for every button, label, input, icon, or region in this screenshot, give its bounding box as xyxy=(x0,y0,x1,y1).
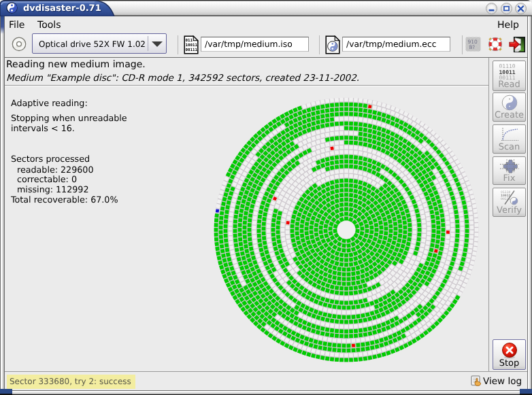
status-heading: Reading new medium image. xyxy=(6,59,146,70)
app-window: dvdisaster-0.71 File Tools Help Optical … xyxy=(0,0,532,395)
maximize-button[interactable] xyxy=(501,3,512,14)
quit-door-icon[interactable] xyxy=(509,37,525,52)
stop-button[interactable]: Stop xyxy=(493,339,526,370)
ecc-path-value: /var/tmp/medium.ecc xyxy=(346,39,436,49)
verify-button[interactable]: 01110 10011 00111 Verify xyxy=(493,188,526,217)
svg-text:8?: 8? xyxy=(469,44,476,50)
minimize-icon xyxy=(488,5,495,12)
menu-tools[interactable]: Tools xyxy=(37,19,61,31)
fix-button[interactable]: Fix xyxy=(493,156,526,185)
drive-selector-value: Optical drive 52X FW 1.02 xyxy=(39,39,146,50)
missing-count: missing: 112992 xyxy=(17,184,88,194)
toolbar-separator xyxy=(319,35,320,54)
chevron-down-icon xyxy=(152,41,163,47)
fix-puzzle-icon xyxy=(499,158,520,174)
iso-image-file-icon: 011 10011 00111 xyxy=(184,35,199,54)
window-corner-bottom-right xyxy=(520,389,532,395)
toolbar: Optical drive 52X FW 1.02 011 10011 0011… xyxy=(5,33,527,58)
close-button[interactable] xyxy=(515,3,527,14)
close-icon xyxy=(517,5,525,12)
drive-selector[interactable]: Optical drive 52X FW 1.02 xyxy=(32,33,167,54)
window-title: dvdisaster-0.71 xyxy=(23,3,125,14)
cd-drive-icon xyxy=(12,37,27,52)
view-log-button[interactable]: View log xyxy=(471,375,522,388)
sector-spiral-visualization xyxy=(5,86,488,371)
correctable-count: correctable: 0 xyxy=(17,174,77,184)
action-panel: 01110 10011 00111 Read Create Scan xyxy=(488,58,527,371)
menu-help[interactable]: Help xyxy=(497,19,519,31)
create-button[interactable]: Create xyxy=(493,92,526,122)
toolbar-separator xyxy=(178,35,178,54)
read-button[interactable]: 01110 10011 00111 Read xyxy=(493,61,526,91)
read-binary-icon: 01110 10011 00111 xyxy=(497,63,522,80)
combo-separator xyxy=(148,36,148,51)
window-border-right xyxy=(527,16,532,390)
svg-text:00111: 00111 xyxy=(186,48,198,52)
ecc-path-input[interactable]: /var/tmp/medium.ecc xyxy=(342,37,450,52)
statusbar: Sector 333680, try 2: success View log xyxy=(5,371,527,390)
sectors-processed-header: Sectors processed xyxy=(11,154,90,164)
maximize-icon xyxy=(503,5,510,12)
window-border-bottom xyxy=(0,390,532,395)
titlebar[interactable]: dvdisaster-0.71 xyxy=(0,0,532,16)
window-corner-bottom-left xyxy=(0,389,12,395)
view-log-icon xyxy=(471,375,482,386)
verify-compare-icon: 01110 10011 00111 xyxy=(499,190,520,205)
window-icon-yinyang xyxy=(6,2,18,14)
stopping-condition-line2: intervals < 16. xyxy=(11,123,75,133)
help-lifesaver-icon[interactable] xyxy=(487,36,503,52)
medium-description: Medium "Example disc": CD-R mode 1, 3425… xyxy=(6,73,359,84)
svg-text:10011: 10011 xyxy=(186,43,198,48)
menu-file[interactable]: File xyxy=(9,19,24,31)
preferences-icon[interactable]: 910 8? xyxy=(465,37,481,52)
reading-mode-label: Adaptive reading: xyxy=(11,98,88,108)
svg-text:01110: 01110 xyxy=(501,190,511,194)
minimize-button[interactable] xyxy=(486,3,497,14)
menubar: File Tools Help xyxy=(5,16,527,33)
window-border-left xyxy=(0,16,5,390)
toolbar-separator xyxy=(462,35,463,54)
iso-path-input[interactable]: /var/tmp/medium.iso xyxy=(201,37,309,52)
create-yinyang-icon xyxy=(501,95,518,111)
stop-icon xyxy=(501,342,518,360)
readable-count: readable: 229600 xyxy=(17,165,93,175)
stopping-condition-line1: Stopping when unreadable xyxy=(11,113,127,123)
scan-graph-icon xyxy=(499,126,520,142)
total-recoverable: Total recoverable: 67.0% xyxy=(11,194,118,205)
iso-path-value: /var/tmp/medium.iso xyxy=(205,39,293,49)
svg-text:011: 011 xyxy=(186,38,193,43)
scan-button[interactable]: Scan xyxy=(493,124,526,154)
ecc-file-icon xyxy=(325,35,341,54)
status-message: Sector 333680, try 2: success xyxy=(7,375,135,389)
